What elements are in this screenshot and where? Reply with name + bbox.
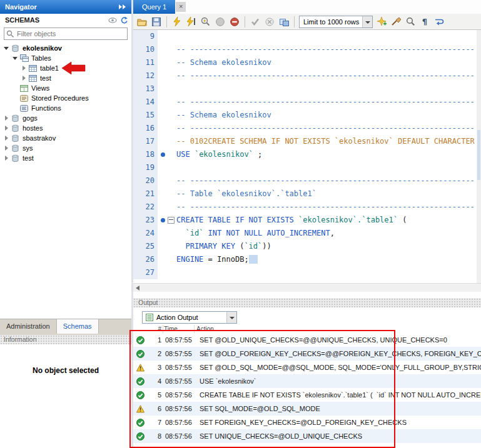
- code-token: `ekolesnikov`: [195, 150, 253, 159]
- save-script-button[interactable]: [151, 16, 162, 27]
- collapse-arrow-icon[interactable]: [13, 56, 18, 61]
- chevron-down-icon[interactable]: [362, 16, 372, 27]
- stop-button[interactable]: [215, 16, 226, 27]
- output-row[interactable]: 608:57:56SET SQL_MODE=@OLD_SQL_MODE: [133, 402, 481, 416]
- editor-line: 16-- -----------------------------------…: [133, 122, 481, 135]
- editor-line: 26ENGINE = InnoDB;: [133, 253, 481, 266]
- code-token: [176, 229, 185, 237]
- output-row[interactable]: 508:57:56CREATE TABLE IF NOT EXISTS `eko…: [133, 388, 481, 402]
- tree-item-test[interactable]: test: [0, 73, 131, 83]
- tab-administration[interactable]: Administration: [0, 319, 57, 334]
- code-token: [294, 216, 298, 224]
- output-row-action: SET @OLD_UNIQUE_CHECKS=@@UNIQUE_CHECKS, …: [196, 336, 481, 344]
- tree-item-sbastrakov[interactable]: sbastrakov: [0, 133, 131, 143]
- output-row[interactable]: 208:57:55SET @OLD_FOREIGN_KEY_CHECKS=@@F…: [133, 347, 481, 361]
- editor-line: 12-- -----------------------------------…: [133, 69, 481, 82]
- execute-current-statement-button[interactable]: [186, 16, 197, 27]
- line-markers: [158, 266, 176, 279]
- editor-line: 11-- Schema ekolesnikov: [133, 56, 481, 69]
- toggle-word-wrap-icon[interactable]: [433, 16, 445, 27]
- editor-line: 18USE `ekolesnikov` ;: [133, 148, 481, 161]
- close-tab-icon[interactable]: ×: [176, 2, 186, 12]
- code-token: ,: [330, 229, 335, 237]
- tree-item-views[interactable]: Views: [0, 83, 131, 93]
- tree-item-table1[interactable]: table1: [0, 63, 131, 73]
- toggle-stop-on-error-button[interactable]: [229, 16, 240, 27]
- tab-query-1[interactable]: Query 1: [133, 0, 175, 14]
- tree-item-sys[interactable]: sys: [0, 143, 131, 153]
- output-row[interactable]: 308:57:55SET @OLD_SQL_MODE=@@SQL_MODE, S…: [133, 361, 481, 374]
- clean-editor-button[interactable]: [390, 16, 402, 27]
- filter-objects-input[interactable]: [4, 29, 127, 38]
- tree-item-ekolesnikov[interactable]: ekolesnikov: [0, 43, 131, 53]
- tree-item-label: Stored Procedures: [31, 94, 89, 102]
- output-row-action: SET UNIQUE_CHECKS=@OLD_UNIQUE_CHECKS: [196, 432, 481, 440]
- toggle-autocommit-button[interactable]: [278, 16, 290, 27]
- code-token: `ekolesnikov`.`table1`: [298, 216, 398, 224]
- toggle-invisible-chars-icon[interactable]: ¶: [419, 16, 430, 27]
- output-view-dropdown[interactable]: Action Output: [142, 311, 237, 324]
- statement-marker-icon: [161, 218, 165, 222]
- scroll-left-icon[interactable]: [136, 286, 139, 291]
- expand-arrow-icon[interactable]: [4, 136, 9, 141]
- column-header-index: #: [133, 325, 163, 333]
- line-markers: [158, 43, 176, 56]
- line-number: 23: [133, 214, 158, 227]
- code-token: -- Schema ekolesnikov: [176, 58, 271, 67]
- sql-editor[interactable]: 910-- ----------------------------------…: [133, 30, 481, 283]
- eye-icon[interactable]: [108, 16, 117, 28]
- line-code: -- Schema ekolesnikov: [176, 56, 481, 69]
- line-markers: [158, 214, 176, 227]
- output-row[interactable]: 408:57:55USE `ekolesnikov`: [133, 374, 481, 388]
- expand-arrow-icon[interactable]: [21, 66, 27, 71]
- code-token: PRIMARY KEY: [185, 242, 235, 251]
- line-number: 9: [133, 30, 158, 43]
- tree-item-gogs[interactable]: gogs: [0, 113, 131, 123]
- tree-item-hostes[interactable]: hostes: [0, 123, 131, 133]
- editor-line: 15-- Schema ekolesnikov: [133, 109, 481, 122]
- beautify-script-button[interactable]: [376, 16, 387, 27]
- open-script-button[interactable]: [136, 16, 148, 27]
- column-header-time: Time: [164, 325, 195, 333]
- panel-menu-icon[interactable]: [118, 4, 128, 10]
- expand-arrow-icon[interactable]: [4, 156, 9, 161]
- chevron-down-icon[interactable]: [226, 312, 236, 323]
- output-row[interactable]: 708:57:56SET FOREIGN_KEY_CHECKS=@OLD_FOR…: [133, 416, 481, 429]
- rollback-button[interactable]: [264, 16, 275, 27]
- output-row-action: USE `ekolesnikov`: [196, 377, 481, 385]
- refresh-icon[interactable]: [119, 16, 128, 28]
- code-token: -- Schema ekolesnikov: [176, 111, 271, 119]
- tab-schemas[interactable]: Schemas: [57, 319, 99, 334]
- explain-button[interactable]: [200, 16, 211, 27]
- warning-icon: [136, 364, 146, 372]
- expand-arrow-icon[interactable]: [4, 146, 9, 151]
- tree-item-label: gogs: [23, 114, 38, 122]
- expand-arrow-icon[interactable]: [4, 126, 9, 131]
- output-row[interactable]: 108:57:55SET @OLD_UNIQUE_CHECKS=@@UNIQUE…: [133, 333, 481, 347]
- editor-line: 21-- Table `ekolesnikov`.`table1`: [133, 187, 481, 201]
- limit-rows-dropdown[interactable]: Limit to 1000 rows: [299, 16, 373, 28]
- tree-item-stored-procedures[interactable]: Stored Procedures: [0, 93, 131, 103]
- editor-horizontal-scrollbar[interactable]: [133, 283, 481, 292]
- output-row-time: 08:57:56: [164, 432, 196, 440]
- output-row[interactable]: 808:57:56SET UNIQUE_CHECKS=@OLD_UNIQUE_C…: [133, 429, 481, 443]
- filter-box: [4, 27, 128, 40]
- expand-arrow-icon[interactable]: [4, 116, 9, 121]
- execute-button[interactable]: [171, 16, 183, 27]
- collapse-arrow-icon[interactable]: [4, 46, 9, 51]
- line-code: USE `ekolesnikov` ;: [176, 148, 481, 161]
- find-icon[interactable]: [405, 16, 416, 27]
- expand-arrow-icon[interactable]: [21, 76, 27, 81]
- editor-vertical-scrollbar[interactable]: [477, 30, 481, 283]
- tree-item-test[interactable]: test: [0, 153, 131, 163]
- fold-collapse-icon[interactable]: [168, 217, 175, 224]
- commit-button[interactable]: [250, 16, 261, 27]
- line-number: 17: [133, 135, 158, 148]
- tree-item-label: test: [23, 154, 34, 162]
- tree-item-label: Functions: [31, 104, 61, 112]
- line-markers: [158, 56, 176, 69]
- success-icon: [136, 336, 146, 344]
- tree-item-tables[interactable]: Tables: [0, 53, 131, 63]
- tree-item-functions[interactable]: Functions: [0, 103, 131, 113]
- information-body: No object selected: [0, 344, 131, 448]
